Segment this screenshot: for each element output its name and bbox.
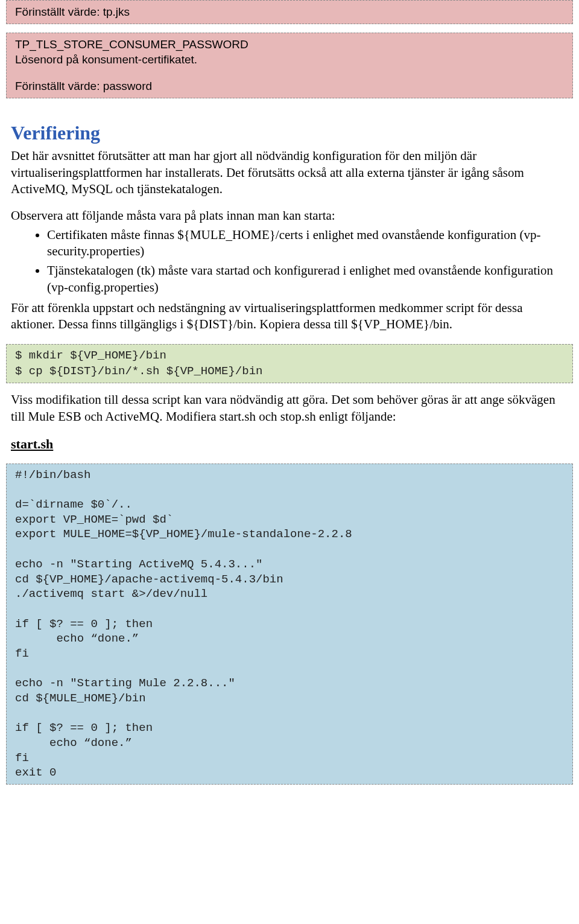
observe-list: Certifikaten måste finnas ${MULE_HOME}/c… xyxy=(11,227,568,296)
preset-box-2: TP_TLS_STORE_CONSUMER_PASSWORD Lösenord … xyxy=(6,33,573,98)
list-item: Certifikaten måste finnas ${MULE_HOME}/c… xyxy=(47,227,568,260)
startsh-heading: start.sh xyxy=(11,435,568,453)
intro-paragraph: Det här avsnittet förutsätter att man ha… xyxy=(11,148,568,198)
main-content: Verifiering Det här avsnittet förutsätte… xyxy=(11,120,568,333)
preset-box-1-text: Förinställt värde: tp.jks xyxy=(15,5,130,18)
shell-commands-text: $ mkdir ${VP_HOME}/bin $ cp ${DIST}/bin/… xyxy=(15,348,564,379)
after-bullets-paragraph: För att förenkla uppstart och nedstängni… xyxy=(11,300,568,333)
preset-box-2-line2: Lösenord på konsument-certifikatet. xyxy=(15,52,564,68)
section-heading-verifiering: Verifiering xyxy=(11,120,568,145)
preset-box-2-line3: Förinställt värde: password xyxy=(15,78,564,94)
mid-content: Viss modifikation till dessa script kan … xyxy=(11,392,568,452)
list-item: Tjänstekatalogen (tk) måste vara startad… xyxy=(47,263,568,296)
observe-intro: Observera att följande måsta vara på pla… xyxy=(11,208,568,225)
startsh-code-box: #!/bin/bash d=`dirname $0`/.. export VP_… xyxy=(6,464,573,785)
preset-box-2-line1: TP_TLS_STORE_CONSUMER_PASSWORD xyxy=(15,37,564,53)
modification-paragraph: Viss modifikation till dessa script kan … xyxy=(11,392,568,425)
preset-box-1: Förinställt värde: tp.jks xyxy=(6,0,573,24)
startsh-code-text: #!/bin/bash d=`dirname $0`/.. export VP_… xyxy=(15,468,564,780)
shell-commands-box: $ mkdir ${VP_HOME}/bin $ cp ${DIST}/bin/… xyxy=(6,344,573,383)
